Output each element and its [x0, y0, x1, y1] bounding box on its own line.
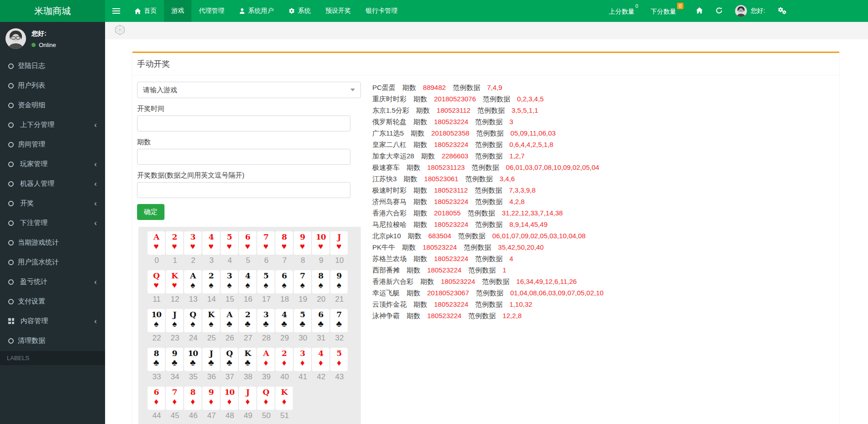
- spade-suit-icon: ♠: [239, 280, 256, 290]
- refresh-icon-button[interactable]: [715, 7, 723, 16]
- game-period-label: 期数: [413, 95, 427, 103]
- playing-card-9-of-diamonds: 9♦: [202, 387, 220, 410]
- card-index: 27: [239, 334, 257, 343]
- sidebar-item-room-management[interactable]: 房间管理: [0, 135, 105, 154]
- game-period: 889482: [423, 84, 446, 91]
- playing-card-Q-of-diamonds: Q♦: [257, 387, 275, 410]
- card-index: 43: [330, 372, 349, 382]
- playing-card-10-of-spades: 10♠: [148, 309, 165, 332]
- game-name: 济州岛赛马: [372, 198, 407, 205]
- score-up-menu[interactable]: 上分数量0: [609, 6, 638, 16]
- draw-time-input[interactable]: [137, 115, 350, 131]
- circle-o-icon: [8, 103, 14, 108]
- nav-item-preset-draw[interactable]: 预设开奖: [318, 0, 358, 22]
- settings-cogs-button[interactable]: [778, 7, 787, 16]
- playing-card-3-of-clubs: 3♣: [257, 309, 275, 332]
- sidebar-item-profit-loss-stats[interactable]: 盈亏统计‹: [0, 272, 105, 292]
- circle-o-icon: [8, 220, 14, 226]
- online-status: Online: [32, 42, 56, 48]
- card-index: 24: [184, 334, 202, 343]
- nav-item-bank-card-management[interactable]: 银行卡管理: [358, 0, 405, 22]
- game-period-label: 期数: [413, 118, 427, 126]
- game-period-label: 期数: [407, 312, 420, 319]
- card-index: 32: [330, 334, 349, 343]
- sidebar-item-payment-settings[interactable]: 支付设置: [0, 292, 105, 311]
- game-sample-label: 范例数据: [477, 106, 505, 114]
- game-name: 重庆时时彩: [372, 95, 407, 103]
- game-line: 俄罗斯轮盘期数180523224范例数据3: [372, 116, 665, 127]
- confirm-button[interactable]: 确定: [137, 204, 164, 220]
- sidebar-item-login-logs[interactable]: 登陆日志: [0, 56, 105, 76]
- game-sample-label: 范例数据: [475, 118, 503, 126]
- online-dot-icon: [32, 43, 36, 47]
- sidebar-toggle-button[interactable]: [105, 0, 127, 22]
- game-name: 极速赛车: [372, 163, 400, 171]
- sidebar-item-bet-management[interactable]: 下注管理‹: [0, 213, 105, 233]
- card-index: 33: [148, 372, 166, 382]
- sidebar-item-clean-data[interactable]: 清理数据: [0, 331, 105, 351]
- home-icon-button[interactable]: [696, 7, 703, 16]
- cogs-icon: [778, 7, 787, 16]
- spade-suit-icon: ♠: [294, 280, 311, 290]
- game-name: 北京pk10: [372, 232, 401, 240]
- brand-logo[interactable]: 米珈商城: [0, 0, 105, 22]
- card-index: 15: [221, 295, 239, 304]
- sidebar-item-robot-management[interactable]: 机器人管理‹: [0, 174, 105, 194]
- game-period: 180523224: [427, 312, 461, 319]
- card-rank: 6: [239, 233, 256, 241]
- playing-card-4-of-diamonds: 4♦: [312, 348, 329, 371]
- nav-item-games[interactable]: 游戏: [164, 0, 191, 22]
- card-index: 31: [312, 334, 330, 343]
- sidebar-item-current-game-stats[interactable]: 当期游戏统计: [0, 233, 105, 252]
- period-input[interactable]: [137, 149, 350, 165]
- card-rank: 8: [275, 233, 293, 241]
- card-index: 44: [148, 411, 166, 420]
- playing-card-K-of-spades: K♠: [202, 309, 220, 332]
- playing-card-6-of-diamonds: 6♦: [148, 387, 165, 410]
- nav-item-system[interactable]: 系统: [281, 0, 318, 22]
- card-rank: 4: [239, 272, 256, 280]
- game-period: 180523061: [424, 175, 458, 183]
- card-index: 21: [330, 295, 349, 304]
- card-rank: 5: [294, 310, 311, 319]
- sidebar-item-user-list[interactable]: 用户列表: [0, 76, 105, 95]
- diamond-suit-icon: ♦: [275, 397, 293, 407]
- nav-item-label: 首页: [144, 7, 157, 15]
- nav-item-agent-management[interactable]: 代理管理: [191, 0, 232, 22]
- game-sample: 16,34,49,12,6,11,26: [516, 277, 577, 285]
- heart-suit-icon: ♥: [202, 241, 220, 251]
- sidebar-item-content-management[interactable]: 内容管理‹: [0, 311, 105, 331]
- game-period: 2018052358: [431, 129, 469, 137]
- user-menu[interactable]: 您好:: [735, 5, 765, 17]
- playing-card-7-of-hearts: 7♥: [257, 231, 275, 255]
- card-rank: A: [148, 233, 165, 241]
- manual-draw-form: 请输入游戏 开奖时间 期数 开奖数据(数据之间用英文逗号隔开) 确定 A♥2♥3…: [137, 82, 361, 424]
- sidebar-item-player-management[interactable]: 玩家管理‹: [0, 154, 105, 174]
- sidebar-item-user-flow-stats[interactable]: 用户流水统计: [0, 252, 105, 272]
- card-row: Q♥K♥A♠2♠3♠4♠5♠6♠7♠8♠9♠111213141516171819…: [148, 270, 361, 304]
- sidebar-item-funds-detail[interactable]: 资金明细: [0, 95, 105, 115]
- sidebar-item-label: 当期游戏统计: [18, 238, 59, 247]
- game-period-label: 期数: [413, 220, 427, 228]
- game-period: 180523224: [434, 300, 468, 308]
- card-index: 13: [184, 295, 202, 304]
- heart-suit-icon: ♥: [312, 241, 329, 251]
- draw-data-input[interactable]: [137, 182, 350, 198]
- playing-card-3-of-hearts: 3♥: [184, 231, 201, 255]
- score-down-menu[interactable]: 下分数量0: [651, 6, 683, 16]
- score-up-label: 上分数量: [609, 7, 635, 15]
- nav-item-home[interactable]: 首页: [127, 0, 164, 22]
- game-sample-label: 范例数据: [471, 163, 499, 171]
- nav-item-system-users[interactable]: 系统用户: [232, 0, 281, 22]
- sidebar-item-score-up-down-management[interactable]: 上下分管理‹: [0, 115, 105, 135]
- game-sample: 06,01,03,07,08,10,09,02,05,04: [506, 163, 599, 171]
- sidebar-item-draw[interactable]: 开奖‹: [0, 194, 105, 213]
- game-sample: 4,2,8: [509, 198, 524, 205]
- game-select[interactable]: 请输入游戏: [137, 82, 361, 98]
- card-rank: 2: [275, 349, 293, 358]
- game-line: 江苏快3期数180523061范例数据3,4,6: [372, 173, 665, 184]
- navbar-right: 上分数量0 下分数量0 您好:: [609, 0, 868, 22]
- card-rank: 10: [148, 310, 165, 319]
- game-line: 香港六合彩期数2018055范例数据31,22,12,33,7,14,38: [372, 207, 665, 219]
- card-row: 8♣9♣10♣J♣Q♣K♣A♦2♦3♦4♦5♦33343536373839404…: [148, 348, 361, 382]
